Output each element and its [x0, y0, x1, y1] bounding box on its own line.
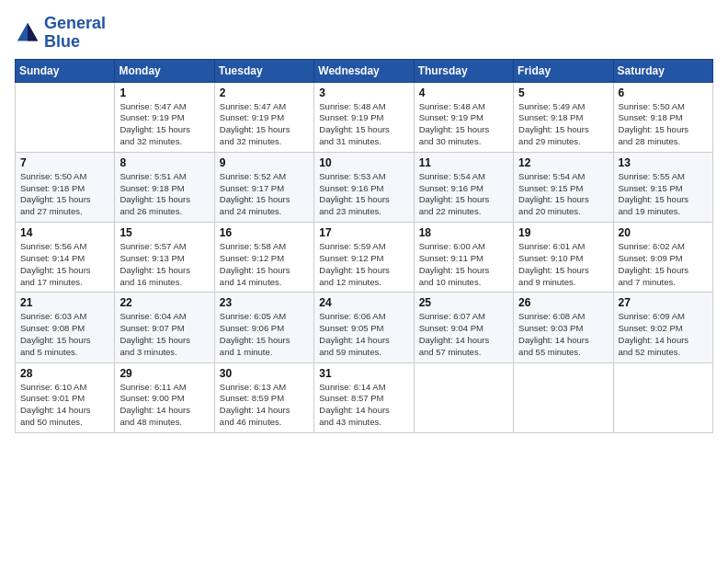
- week-row-4: 21Sunrise: 6:03 AM Sunset: 9:08 PM Dayli…: [16, 293, 713, 362]
- cell-info: Sunrise: 6:01 AM Sunset: 9:10 PM Dayligh…: [518, 241, 608, 288]
- calendar-cell: 12Sunrise: 5:54 AM Sunset: 9:15 PM Dayli…: [514, 152, 613, 222]
- cell-info: Sunrise: 5:55 AM Sunset: 9:15 PM Dayligh…: [619, 171, 708, 218]
- calendar-cell: 20Sunrise: 6:02 AM Sunset: 9:09 PM Dayli…: [613, 223, 712, 293]
- header-thursday: Thursday: [414, 59, 513, 82]
- calendar-cell: 30Sunrise: 6:13 AM Sunset: 8:59 PM Dayli…: [214, 362, 313, 432]
- cell-info: Sunrise: 6:05 AM Sunset: 9:06 PM Dayligh…: [220, 311, 309, 358]
- day-number: 24: [319, 296, 408, 309]
- cell-info: Sunrise: 6:07 AM Sunset: 9:04 PM Dayligh…: [419, 311, 508, 358]
- day-number: 9: [220, 156, 309, 169]
- week-row-1: 1Sunrise: 5:47 AM Sunset: 9:19 PM Daylig…: [16, 82, 713, 152]
- calendar-header-row: SundayMondayTuesdayWednesdayThursdayFrid…: [16, 59, 713, 82]
- cell-info: Sunrise: 5:47 AM Sunset: 9:19 PM Dayligh…: [220, 101, 309, 148]
- cell-info: Sunrise: 6:14 AM Sunset: 8:57 PM Dayligh…: [319, 382, 408, 429]
- calendar-cell: 28Sunrise: 6:10 AM Sunset: 9:01 PM Dayli…: [16, 362, 115, 432]
- calendar-cell: 19Sunrise: 6:01 AM Sunset: 9:10 PM Dayli…: [514, 223, 613, 293]
- day-number: 27: [619, 296, 708, 309]
- calendar-cell: [414, 362, 513, 432]
- day-number: 10: [319, 156, 408, 169]
- day-number: 18: [419, 226, 508, 239]
- cell-info: Sunrise: 6:00 AM Sunset: 9:11 PM Dayligh…: [419, 241, 508, 288]
- day-number: 19: [518, 226, 608, 239]
- day-number: 26: [518, 296, 608, 309]
- header-saturday: Saturday: [613, 59, 712, 82]
- day-number: 20: [619, 226, 708, 239]
- cell-info: Sunrise: 6:08 AM Sunset: 9:03 PM Dayligh…: [518, 311, 608, 358]
- day-number: 28: [20, 367, 109, 380]
- cell-info: Sunrise: 5:54 AM Sunset: 9:15 PM Dayligh…: [518, 171, 608, 218]
- cell-info: Sunrise: 6:10 AM Sunset: 9:01 PM Dayligh…: [20, 382, 109, 429]
- calendar-cell: 29Sunrise: 6:11 AM Sunset: 9:00 PM Dayli…: [115, 362, 214, 432]
- day-number: 17: [319, 226, 408, 239]
- header-sunday: Sunday: [16, 59, 115, 82]
- page-header: General Blue: [15, 15, 713, 52]
- calendar-cell: 26Sunrise: 6:08 AM Sunset: 9:03 PM Dayli…: [514, 293, 613, 362]
- cell-info: Sunrise: 6:02 AM Sunset: 9:09 PM Dayligh…: [619, 241, 708, 288]
- calendar-cell: 4Sunrise: 5:48 AM Sunset: 9:19 PM Daylig…: [414, 82, 513, 152]
- day-number: 1: [119, 86, 209, 99]
- day-number: 13: [619, 156, 708, 169]
- day-number: 5: [518, 86, 608, 99]
- calendar-cell: 15Sunrise: 5:57 AM Sunset: 9:13 PM Dayli…: [115, 223, 214, 293]
- week-row-5: 28Sunrise: 6:10 AM Sunset: 9:01 PM Dayli…: [16, 362, 713, 432]
- cell-info: Sunrise: 6:03 AM Sunset: 9:08 PM Dayligh…: [20, 311, 109, 358]
- day-number: 8: [119, 156, 209, 169]
- day-number: 6: [619, 86, 708, 99]
- day-number: 14: [20, 226, 109, 239]
- calendar-cell: 2Sunrise: 5:47 AM Sunset: 9:19 PM Daylig…: [214, 82, 313, 152]
- header-friday: Friday: [514, 59, 613, 82]
- calendar-cell: 13Sunrise: 5:55 AM Sunset: 9:15 PM Dayli…: [613, 152, 712, 222]
- header-tuesday: Tuesday: [214, 59, 313, 82]
- cell-info: Sunrise: 5:51 AM Sunset: 9:18 PM Dayligh…: [119, 171, 209, 218]
- cell-info: Sunrise: 5:50 AM Sunset: 9:18 PM Dayligh…: [619, 101, 708, 148]
- cell-info: Sunrise: 5:48 AM Sunset: 9:19 PM Dayligh…: [319, 101, 408, 148]
- day-number: 2: [220, 86, 309, 99]
- day-number: 22: [119, 296, 209, 309]
- calendar-cell: 7Sunrise: 5:50 AM Sunset: 9:18 PM Daylig…: [16, 152, 115, 222]
- calendar-cell: 24Sunrise: 6:06 AM Sunset: 9:05 PM Dayli…: [314, 293, 414, 362]
- cell-info: Sunrise: 6:13 AM Sunset: 8:59 PM Dayligh…: [220, 382, 309, 429]
- cell-info: Sunrise: 5:56 AM Sunset: 9:14 PM Dayligh…: [20, 241, 109, 288]
- day-number: 23: [220, 296, 309, 309]
- calendar-cell: 5Sunrise: 5:49 AM Sunset: 9:18 PM Daylig…: [514, 82, 613, 152]
- day-number: 31: [319, 367, 408, 380]
- cell-info: Sunrise: 5:52 AM Sunset: 9:17 PM Dayligh…: [220, 171, 309, 218]
- cell-info: Sunrise: 6:09 AM Sunset: 9:02 PM Dayligh…: [619, 311, 708, 358]
- cell-info: Sunrise: 5:47 AM Sunset: 9:19 PM Dayligh…: [119, 101, 209, 148]
- calendar-cell: 23Sunrise: 6:05 AM Sunset: 9:06 PM Dayli…: [214, 293, 313, 362]
- calendar-cell: 25Sunrise: 6:07 AM Sunset: 9:04 PM Dayli…: [414, 293, 513, 362]
- cell-info: Sunrise: 5:53 AM Sunset: 9:16 PM Dayligh…: [319, 171, 408, 218]
- day-number: 29: [119, 367, 209, 380]
- day-number: 30: [220, 367, 309, 380]
- calendar-cell: 21Sunrise: 6:03 AM Sunset: 9:08 PM Dayli…: [16, 293, 115, 362]
- calendar-cell: 27Sunrise: 6:09 AM Sunset: 9:02 PM Dayli…: [613, 293, 712, 362]
- cell-info: Sunrise: 5:48 AM Sunset: 9:19 PM Dayligh…: [419, 101, 508, 148]
- calendar-cell: 3Sunrise: 5:48 AM Sunset: 9:19 PM Daylig…: [314, 82, 414, 152]
- cell-info: Sunrise: 6:06 AM Sunset: 9:05 PM Dayligh…: [319, 311, 408, 358]
- calendar-cell: 1Sunrise: 5:47 AM Sunset: 9:19 PM Daylig…: [115, 82, 214, 152]
- logo-text: General Blue: [44, 15, 106, 52]
- calendar-cell: 18Sunrise: 6:00 AM Sunset: 9:11 PM Dayli…: [414, 223, 513, 293]
- logo-icon: [15, 20, 40, 46]
- week-row-3: 14Sunrise: 5:56 AM Sunset: 9:14 PM Dayli…: [16, 223, 713, 293]
- cell-info: Sunrise: 5:54 AM Sunset: 9:16 PM Dayligh…: [419, 171, 508, 218]
- day-number: 11: [419, 156, 508, 169]
- calendar-table: SundayMondayTuesdayWednesdayThursdayFrid…: [15, 59, 713, 433]
- calendar-cell: 6Sunrise: 5:50 AM Sunset: 9:18 PM Daylig…: [613, 82, 712, 152]
- day-number: 7: [20, 156, 109, 169]
- calendar-cell: 11Sunrise: 5:54 AM Sunset: 9:16 PM Dayli…: [414, 152, 513, 222]
- cell-info: Sunrise: 5:49 AM Sunset: 9:18 PM Dayligh…: [518, 101, 608, 148]
- cell-info: Sunrise: 5:50 AM Sunset: 9:18 PM Dayligh…: [20, 171, 109, 218]
- cell-info: Sunrise: 6:04 AM Sunset: 9:07 PM Dayligh…: [119, 311, 209, 358]
- cell-info: Sunrise: 5:58 AM Sunset: 9:12 PM Dayligh…: [220, 241, 309, 288]
- calendar-cell: 31Sunrise: 6:14 AM Sunset: 8:57 PM Dayli…: [314, 362, 414, 432]
- calendar-cell: [514, 362, 613, 432]
- day-number: 16: [220, 226, 309, 239]
- calendar-cell: [16, 82, 115, 152]
- calendar-cell: 17Sunrise: 5:59 AM Sunset: 9:12 PM Dayli…: [314, 223, 414, 293]
- calendar-cell: 14Sunrise: 5:56 AM Sunset: 9:14 PM Dayli…: [16, 223, 115, 293]
- cell-info: Sunrise: 5:57 AM Sunset: 9:13 PM Dayligh…: [119, 241, 209, 288]
- day-number: 25: [419, 296, 508, 309]
- svg-marker-1: [28, 23, 38, 41]
- calendar-cell: 10Sunrise: 5:53 AM Sunset: 9:16 PM Dayli…: [314, 152, 414, 222]
